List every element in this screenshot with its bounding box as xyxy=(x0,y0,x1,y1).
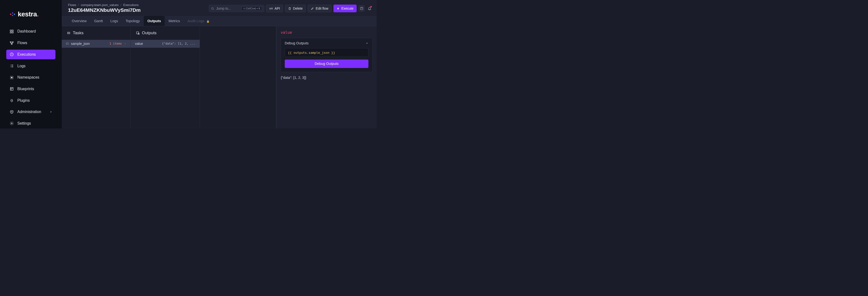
sidebar-item-label: Settings xyxy=(18,121,31,126)
svg-rect-9 xyxy=(12,41,13,42)
sidebar-item-label: Logs xyxy=(18,64,26,68)
tab-audit-logs: Audit Logs 🔒 xyxy=(184,16,213,26)
outputs-column-header: Outputs xyxy=(131,26,199,40)
svg-rect-7 xyxy=(12,32,13,33)
api-icon: API xyxy=(269,7,273,10)
chevron-right-icon xyxy=(124,42,126,45)
debug-outputs-button[interactable]: Debug Outputs xyxy=(285,60,369,68)
tasks-column: Tasks sample_json 1 items xyxy=(62,26,131,129)
sidebar-item-label: Executions xyxy=(18,52,36,57)
sidebar: kestra. Dashboard Flows Executions Logs … xyxy=(0,0,62,129)
sidebar-item-label: Dashboard xyxy=(18,29,36,33)
tab-topology[interactable]: Topology xyxy=(122,16,144,26)
main: Flows / company.team.json_values / Execu… xyxy=(62,0,377,129)
sidebar-item-blueprints[interactable]: Blueprints xyxy=(6,84,56,94)
lock-icon: 🔒 xyxy=(207,20,210,23)
header: Flows / company.team.json_values / Execu… xyxy=(62,0,377,16)
flows-icon xyxy=(9,40,14,45)
help-button[interactable] xyxy=(359,5,365,11)
svg-point-0 xyxy=(10,14,11,15)
sidebar-item-executions[interactable]: Executions xyxy=(6,50,56,60)
tab-logs[interactable]: Logs xyxy=(106,16,122,26)
pencil-icon xyxy=(311,7,314,10)
svg-rect-5 xyxy=(12,30,13,31)
debug-card-header[interactable]: Debug Outputs xyxy=(285,41,369,45)
sidebar-item-namespaces[interactable]: Namespaces xyxy=(6,72,56,83)
detail-title: value xyxy=(281,30,373,35)
trash-icon xyxy=(288,7,291,10)
svg-rect-18 xyxy=(244,8,245,9)
svg-rect-13 xyxy=(11,77,12,78)
chevron-right-icon xyxy=(50,110,52,113)
output-name: value xyxy=(135,42,143,45)
sidebar-item-settings[interactable]: Settings xyxy=(6,119,56,129)
output-preview: {"data": [1, 2, ... xyxy=(145,42,195,45)
breadcrumb-item[interactable]: company.team.json_values xyxy=(81,3,119,7)
task-item-count: 1 items xyxy=(110,42,122,45)
jump-to-search[interactable]: Jump to... Ctrl/Cmd + K xyxy=(209,5,264,12)
header-actions: Jump to... Ctrl/Cmd + K API API Delete xyxy=(209,3,373,12)
debug-result: {"data": [1, 2, 3]} xyxy=(281,76,373,79)
breadcrumb-item[interactable]: Flows xyxy=(68,3,76,7)
svg-point-17 xyxy=(212,7,213,9)
svg-point-1 xyxy=(12,12,13,14)
search-icon xyxy=(211,7,214,10)
debug-outputs-card: Debug Outputs Debug Outputs xyxy=(281,38,373,72)
namespaces-icon xyxy=(9,75,14,80)
svg-rect-8 xyxy=(10,41,11,42)
app-logo[interactable]: kestra. xyxy=(0,6,62,27)
edit-flow-button[interactable]: Edit flow xyxy=(308,5,332,12)
dashboard-icon xyxy=(9,29,14,34)
output-row[interactable]: value {"data": [1, 2, ... xyxy=(131,40,199,48)
api-button[interactable]: API API xyxy=(266,5,283,12)
executions-icon xyxy=(9,52,14,57)
shield-icon xyxy=(9,109,14,114)
breadcrumb-separator: / xyxy=(121,3,122,7)
debug-expression-input[interactable] xyxy=(285,48,369,57)
sidebar-item-dashboard[interactable]: Dashboard xyxy=(6,27,56,36)
sidebar-item-plugins[interactable]: Plugins xyxy=(6,95,56,105)
gear-icon xyxy=(9,121,14,126)
chevron-down-icon xyxy=(366,42,368,44)
task-row[interactable]: sample_json 1 items xyxy=(62,40,130,48)
sidebar-item-administration[interactable]: Administration xyxy=(6,107,56,117)
breadcrumb-item[interactable]: Executions xyxy=(123,3,138,7)
tab-overview[interactable]: Overview xyxy=(68,16,90,26)
tabs: Overview Gantt Logs Topology Outputs Met… xyxy=(62,16,377,26)
tab-outputs[interactable]: Outputs xyxy=(144,16,165,26)
svg-point-3 xyxy=(14,14,15,15)
svg-rect-21 xyxy=(136,32,138,34)
outputs-icon xyxy=(136,31,140,35)
tab-gantt[interactable]: Gantt xyxy=(90,16,106,26)
list-icon xyxy=(67,31,71,35)
svg-rect-14 xyxy=(10,88,13,90)
svg-rect-6 xyxy=(10,32,11,33)
sidebar-item-label: Blueprints xyxy=(18,87,34,91)
sidebar-item-logs[interactable]: Logs xyxy=(6,61,56,71)
sidebar-item-label: Namespaces xyxy=(18,75,39,79)
notifications-button[interactable] xyxy=(367,5,373,11)
delete-button[interactable]: Delete xyxy=(285,5,306,12)
task-name: sample_json xyxy=(71,42,107,45)
breadcrumb: Flows / company.team.json_values / Execu… xyxy=(68,3,207,7)
svg-point-16 xyxy=(11,123,12,124)
logo-text: kestra. xyxy=(18,10,39,18)
content: Tasks sample_json 1 items Outputs value … xyxy=(62,26,377,129)
svg-point-15 xyxy=(11,111,12,112)
sidebar-item-label: Flows xyxy=(18,41,27,45)
logo-mark-icon xyxy=(9,11,16,18)
plugins-icon xyxy=(9,98,14,103)
svg-rect-10 xyxy=(11,44,12,44)
execute-button[interactable]: Execute xyxy=(334,5,356,12)
outputs-column: Outputs value {"data": [1, 2, ... xyxy=(131,26,199,129)
code-icon xyxy=(66,42,69,45)
search-placeholder: Jump to... xyxy=(216,6,240,10)
svg-rect-4 xyxy=(10,30,11,31)
page-title: 12uE64MNZKNbuWVySmi7Dm xyxy=(68,7,207,13)
sidebar-item-flows[interactable]: Flows xyxy=(6,38,56,48)
help-icon xyxy=(360,7,363,10)
bolt-icon xyxy=(337,7,340,10)
keyboard-shortcut-hint: Ctrl/Cmd + K xyxy=(242,6,262,10)
breadcrumb-separator: / xyxy=(78,3,79,7)
tab-metrics[interactable]: Metrics xyxy=(165,16,184,26)
